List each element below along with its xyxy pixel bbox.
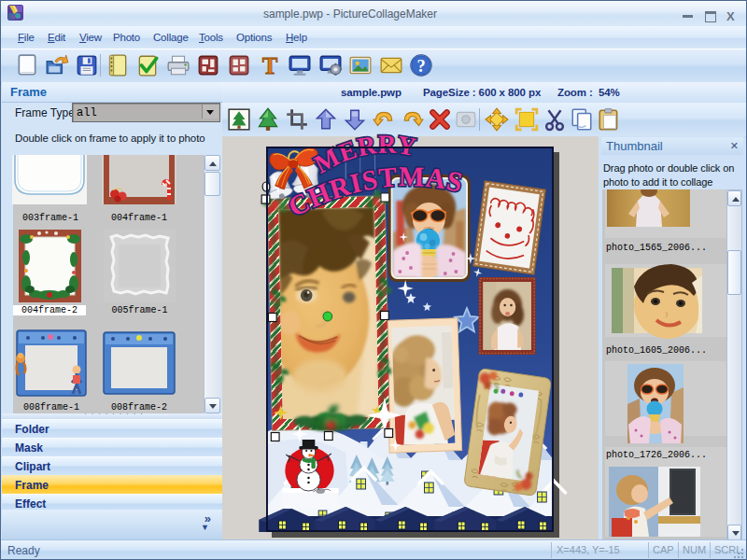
svg-text:?: ? (416, 57, 425, 76)
svg-text:T: T (262, 53, 278, 77)
